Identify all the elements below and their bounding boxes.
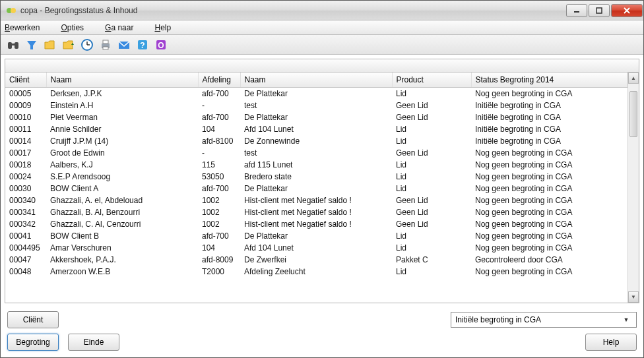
maximize-button[interactable]: [589, 4, 610, 17]
table-row[interactable]: 00047Akkershoek, P.A.J.afd-8009De Zwerfk…: [5, 254, 628, 266]
cell-naam2: De Plattekar: [240, 111, 392, 123]
scroll-thumb[interactable]: [629, 91, 637, 137]
mail-icon[interactable]: [115, 36, 133, 53]
cell-product: Geen Lid: [392, 147, 471, 159]
menu-ga-naar[interactable]: Ga naar: [105, 23, 144, 32]
table-row[interactable]: 00024S.E.P Arendsoog53050Bredero stateLi…: [5, 171, 628, 183]
scroll-up-arrow[interactable]: ▲: [628, 73, 639, 84]
cell-naam2: Bredero state: [240, 171, 392, 183]
svg-rect-14: [103, 40, 108, 44]
cell-afdeling: -: [198, 147, 240, 159]
cell-naam: BOW Client B: [46, 230, 198, 242]
table-row[interactable]: 0004495Amar Verschuren104Afd 104 LunetLi…: [5, 242, 628, 254]
cell-afdeling: 53050: [198, 171, 240, 183]
help-button[interactable]: Help: [585, 334, 637, 351]
cell-client: 000340: [5, 194, 46, 206]
svg-marker-9: [27, 41, 36, 49]
cell-naam2: De Plattekar: [240, 183, 392, 194]
cell-product: Lid: [392, 230, 471, 242]
cell-naam: Annie Schilder: [46, 123, 198, 135]
cell-naam: Einstein A.H: [46, 100, 198, 111]
svg-rect-7: [15, 42, 18, 49]
cell-product: Geen Lid: [392, 206, 471, 218]
col-naam[interactable]: Naam: [46, 73, 198, 88]
cell-naam2: Hist-client met Negatief saldo !: [240, 206, 392, 218]
begroting-button[interactable]: Begroting: [7, 334, 59, 351]
clock-icon[interactable]: [79, 36, 96, 53]
cell-client: 00017: [5, 147, 46, 159]
table-row[interactable]: 00005Derksen, J.P.Kafd-700De PlattekarLi…: [5, 88, 628, 100]
window-title: copa - Begrotingsstatus & Inhoud: [20, 6, 565, 15]
cell-naam2: Afdeling Zeelucht: [240, 266, 392, 278]
svg-rect-15: [103, 47, 108, 49]
cell-product: Pakket C: [392, 254, 471, 266]
titlebar: copa - Begrotingsstatus & Inhoud: [1, 1, 643, 20]
minimize-button[interactable]: [566, 4, 587, 17]
cell-naam: Amerzoon W.E.B: [46, 266, 198, 278]
cell-naam: Aalbers, K.J: [46, 159, 198, 171]
cell-status: Nog geen begroting in CGA: [471, 183, 628, 194]
table-row[interactable]: 00009Einstein A.H-testGeen LidInitiële b…: [5, 100, 628, 111]
table-row[interactable]: 000341Ghazzali, B. Al, Benzourri1002Hist…: [5, 206, 628, 218]
col-status[interactable]: Status Begroting 2014: [471, 73, 628, 88]
cell-naam2: De Zonnewinde: [240, 135, 392, 147]
col-naam2[interactable]: Naam: [240, 73, 392, 88]
menubar: Bewerken Opties Ga naar Help: [1, 20, 643, 35]
cell-product: Lid: [392, 159, 471, 171]
menu-help[interactable]: Help: [154, 23, 181, 32]
content-area: Cliënt Naam Afdeling Naam Product Status…: [5, 59, 639, 303]
table-row[interactable]: 00017Groot de Edwin-testGeen LidNog geen…: [5, 147, 628, 159]
cell-afdeling: 104: [198, 242, 240, 254]
dropdown-value: Initiële begroting in CGA: [455, 315, 541, 324]
table-row[interactable]: 00011Annie Schilder104Afd 104 LunetLidIn…: [5, 123, 628, 135]
cell-client: 00018: [5, 159, 46, 171]
table-row[interactable]: 00041BOW Client Bafd-700De PlattekarLidN…: [5, 230, 628, 242]
cell-status: Nog geen begroting in CGA: [471, 218, 628, 230]
table-row[interactable]: 00030BOW Client Aafd-700De PlattekarLidN…: [5, 183, 628, 194]
filter-icon[interactable]: [23, 36, 40, 53]
einde-button[interactable]: Einde: [68, 334, 119, 351]
vertical-scrollbar[interactable]: ▲ ▼: [628, 73, 639, 303]
table-row[interactable]: 00018Aalbers, K.J115afd 115 LunetLidNog …: [5, 159, 628, 171]
menu-opties[interactable]: Opties: [61, 23, 94, 32]
cell-afdeling: 104: [198, 123, 240, 135]
col-client[interactable]: Cliënt: [5, 73, 46, 88]
table-row[interactable]: 000340Ghazzali, A. el, Abdelouad1002Hist…: [5, 194, 628, 206]
print-icon[interactable]: [97, 36, 114, 53]
purple-o-icon[interactable]: O: [152, 36, 170, 53]
help-icon[interactable]: ?: [134, 36, 151, 53]
table-row[interactable]: 00010Piet Veermanafd-700De PlattekarGeen…: [5, 111, 628, 123]
cell-status: Nog geen begroting in CGA: [471, 242, 628, 254]
svg-point-1: [11, 8, 16, 13]
column-header-row: Cliënt Naam Afdeling Naam Product Status…: [5, 73, 628, 88]
cell-afdeling: afd-8100: [198, 135, 240, 147]
cell-afdeling: 115: [198, 159, 240, 171]
close-button[interactable]: [611, 4, 643, 17]
cell-status: Nog geen begroting in CGA: [471, 171, 628, 183]
client-button[interactable]: Cliënt: [7, 311, 59, 328]
cell-naam2: Hist-client met Negatief saldo !: [240, 194, 392, 206]
table-row[interactable]: 000342Ghazzali, C. Al, Cenzourri1002Hist…: [5, 218, 628, 230]
cell-status: Gecontroleerd door CGA: [471, 254, 628, 266]
col-product[interactable]: Product: [392, 73, 471, 88]
cell-naam: Ghazzali, C. Al, Cenzourri: [46, 218, 198, 230]
cell-product: Lid: [392, 88, 471, 100]
folder-arrow-icon[interactable]: [60, 36, 77, 53]
table-row[interactable]: 00048Amerzoon W.E.BT2000Afdeling Zeeluch…: [5, 266, 628, 278]
cell-status: Initiële begroting in CGA: [471, 123, 628, 135]
menu-bewerken[interactable]: Bewerken: [5, 23, 50, 32]
folder-open-icon[interactable]: [42, 36, 59, 53]
window-controls: [565, 4, 643, 17]
status-dropdown[interactable]: Initiële begroting in CGA ▼: [451, 312, 637, 328]
scroll-down-arrow[interactable]: ▼: [628, 291, 639, 303]
binoculars-icon[interactable]: [5, 36, 22, 53]
col-afdeling[interactable]: Afdeling: [198, 73, 240, 88]
cell-naam2: test: [240, 100, 392, 111]
cell-naam2: test: [240, 147, 392, 159]
cell-afdeling: T2000: [198, 266, 240, 278]
cell-afdeling: -: [198, 100, 240, 111]
cell-status: Nog geen begroting in CGA: [471, 194, 628, 206]
cell-client: 000341: [5, 206, 46, 218]
table-row[interactable]: 00014Cruijff J.P.M (14)afd-8100De Zonnew…: [5, 135, 628, 147]
cell-naam: S.E.P Arendsoog: [46, 171, 198, 183]
